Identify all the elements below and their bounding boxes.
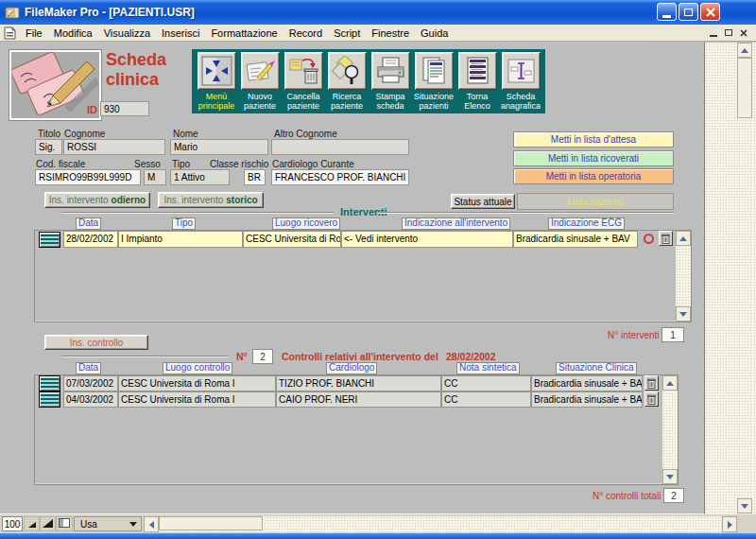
interventi-scroll-down-button[interactable] <box>676 306 691 322</box>
toolbar-stampa-scheda[interactable]: Stampascheda <box>370 52 411 111</box>
nome-field[interactable]: Mario <box>170 139 268 155</box>
scheda-anagrafica-icon <box>506 56 537 86</box>
delete-controllo-button[interactable] <box>644 375 659 391</box>
interventi-header-indicazione: Indicazione all'intervento <box>402 217 510 230</box>
row-detail-icon[interactable] <box>39 375 60 391</box>
toolbar-scheda-anagrafica[interactable]: Schedaanagrafica <box>501 52 541 111</box>
delete-intervento-button[interactable] <box>659 231 673 246</box>
mdi-minimize-button[interactable] <box>707 26 720 39</box>
cognome-field[interactable]: ROSSI <box>63 139 165 155</box>
menu-file[interactable]: File <box>20 26 48 40</box>
restore-button[interactable] <box>679 3 698 21</box>
lista-ricoverati-button[interactable]: Metti in lista ricoverati <box>513 150 674 166</box>
n-controlli-totali-field[interactable]: 2 <box>663 488 684 503</box>
titolo-field[interactable]: Sig. <box>35 139 62 155</box>
interventi-scroll-up-button[interactable] <box>676 231 691 246</box>
close-button[interactable] <box>700 3 720 21</box>
scroll-down-button[interactable] <box>737 498 752 513</box>
lista-attesa-button[interactable]: Metti in lista d'attesa <box>513 131 674 148</box>
interventi-cell-ecg[interactable]: Bradicardia sinusale + BAV <box>513 231 638 248</box>
ins-intervento-storico-button[interactable]: Ins. intervento storico <box>158 192 264 208</box>
mdi-restore-button[interactable] <box>722 26 735 39</box>
controlli-scroll-up-button[interactable] <box>662 375 678 391</box>
mdi-close-button[interactable] <box>737 26 750 39</box>
lista-operatoria-button[interactable]: Metti in lista operatoria <box>513 168 674 184</box>
id-field[interactable]: 930 <box>100 101 149 116</box>
controllo-cell-cardiologo[interactable]: CAIO PROF. NERI <box>276 391 441 408</box>
controlli-portal-scrollbar[interactable] <box>662 375 678 484</box>
delete-controllo-button[interactable] <box>644 391 659 407</box>
controlli-header-data: Data <box>76 362 101 374</box>
controllo-cell-nota[interactable]: CC <box>441 375 531 391</box>
vertical-scroll-thumb[interactable] <box>737 58 752 118</box>
menu-finestre[interactable]: Finestre <box>366 26 415 40</box>
interventi-header-ecg: Indicazione ECG <box>548 217 625 230</box>
document-icon[interactable] <box>4 26 16 40</box>
divider <box>61 212 334 214</box>
ins-intervento-odierno-button[interactable]: Ins. intervento odierno <box>44 192 150 208</box>
controlli-scroll-down-button[interactable] <box>662 469 678 484</box>
statusbar: 100 Usa <box>0 513 756 533</box>
altro-cognome-field[interactable] <box>271 139 409 155</box>
n-interventi-field[interactable]: 1 <box>662 327 684 342</box>
sesso-field[interactable]: M <box>144 169 166 185</box>
toolbar-menu-principale[interactable]: Menùprincipale <box>197 52 237 111</box>
toolbar-nuovo-paziente[interactable]: Nuovopaziente <box>240 52 281 111</box>
status-circle-icon <box>644 234 654 244</box>
titolo-label: Titolo <box>38 129 60 139</box>
controllo-cell-luogo[interactable]: CESC Universita di Roma I <box>118 375 276 391</box>
toolbar-cancella-paziente[interactable]: Cancellapaziente <box>284 52 324 111</box>
vertical-scrollbar[interactable] <box>738 43 753 513</box>
menu-record[interactable]: Record <box>284 26 328 40</box>
cod-fiscale-field[interactable]: RSIMRO99B99L999D <box>35 169 141 185</box>
toolbar-torna-elenco[interactable]: TornaElenco <box>457 52 498 111</box>
interventi-cell-data[interactable]: 28/02/2002 <box>63 231 118 248</box>
cardiologo-curante-field[interactable]: FRANCESCO PROF. BIANCHI <box>271 169 409 185</box>
zoom-in-button[interactable] <box>40 516 56 531</box>
hscroll-right-button[interactable] <box>722 516 737 532</box>
hscroll-left-button[interactable] <box>144 516 159 532</box>
situazione-pazienti-icon <box>419 56 450 86</box>
interventi-cell-tipo[interactable]: I Impianto <box>118 231 243 248</box>
scroll-up-button[interactable] <box>737 43 752 58</box>
controllo-cell-data[interactable]: 04/03/2002 <box>63 391 118 408</box>
ins-controllo-button[interactable]: Ins. controllo <box>44 335 148 350</box>
status-area-toggle-button[interactable] <box>56 516 73 531</box>
interventi-cell-indicazione[interactable]: <- Vedi intervento <box>341 231 513 248</box>
horizontal-scrollbar[interactable] <box>159 516 722 532</box>
controllo-cell-data[interactable]: 07/03/2002 <box>63 375 118 391</box>
interventi-cell-luogo[interactable]: CESC Universita di Roma <box>243 231 341 248</box>
horizontal-scroll-thumb[interactable] <box>159 516 263 530</box>
zoom-out-button[interactable] <box>24 516 40 531</box>
classe-rischio-field[interactable]: BR <box>244 169 266 185</box>
cancella-paziente-icon <box>288 56 319 86</box>
menu-guida[interactable]: Guida <box>415 26 454 40</box>
controllo-cell-nota[interactable]: CC <box>441 391 531 408</box>
toolbar-ricerca-paziente[interactable]: Ricercapaziente <box>327 52 368 111</box>
controllo-cell-luogo[interactable]: CESC Universita di Roma I <box>118 391 276 408</box>
tipo-field[interactable]: 1 Attivo <box>170 169 230 185</box>
minimize-button[interactable] <box>657 3 677 21</box>
interventi-header-data: Data <box>76 217 101 230</box>
tipo-label: Tipo <box>172 159 190 169</box>
menu-inserisci[interactable]: Inserisci <box>156 26 205 40</box>
mode-selector[interactable]: Usa <box>74 516 142 531</box>
controlli-header-nota: Nota sintetica <box>456 362 520 374</box>
zoom-level-field[interactable]: 100 <box>2 516 23 531</box>
menu-visualizza[interactable]: Visualizza <box>98 26 156 40</box>
menu-script[interactable]: Script <box>328 26 366 40</box>
menu-formattazione[interactable]: Formattazione <box>205 26 283 40</box>
interventi-portal-scrollbar[interactable] <box>676 231 691 322</box>
lista-pazienti-field[interactable]: Lista pazienti <box>517 193 674 210</box>
n-controlli-field[interactable]: 2 <box>252 349 273 364</box>
toolbar-situazione-pazienti[interactable]: Situazionepazienti <box>414 52 455 111</box>
controllo-cell-cardiologo[interactable]: TIZIO PROF. BIANCHI <box>276 375 441 391</box>
menu-principale-icon <box>201 56 232 86</box>
controllo-cell-situazione[interactable]: Bradicardia sinusale + BAV <box>531 375 643 391</box>
row-detail-icon[interactable] <box>39 232 60 248</box>
row-detail-icon[interactable] <box>39 391 60 408</box>
status-attuale-button[interactable]: Status attuale <box>451 194 515 209</box>
menu-modifica[interactable]: Modifica <box>48 26 98 40</box>
interventi-header-luogo: Luogo ricovero <box>272 217 340 230</box>
controllo-cell-situazione[interactable]: Bradicardia sinusale + BAV <box>531 391 643 408</box>
